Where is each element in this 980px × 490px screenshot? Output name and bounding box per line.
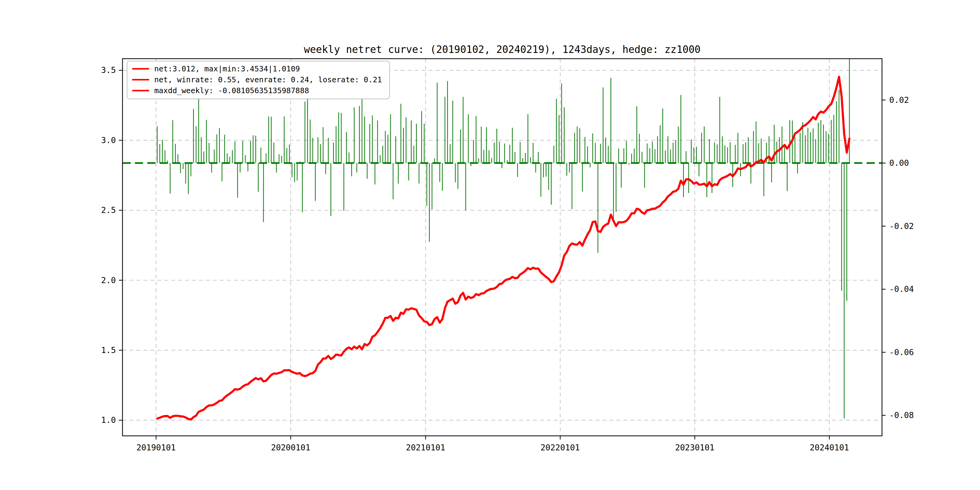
x-axis-tick-label: 20210101 bbox=[406, 443, 445, 452]
x-axis-tick-label: 20190101 bbox=[137, 443, 176, 452]
left-axis-tick-labels: 1.01.52.02.53.03.5 bbox=[101, 65, 116, 425]
right-axis-tick-label: -0.08 bbox=[889, 410, 914, 420]
red-line-swatch-icon bbox=[132, 79, 149, 80]
right-axis-tick-labels: 0.020.00-0.02-0.04-0.06-0.08 bbox=[889, 95, 914, 420]
weekly-return-bars bbox=[157, 59, 850, 418]
right-axis-tick-label: -0.06 bbox=[889, 348, 914, 357]
left-axis-tick-label: 2.0 bbox=[101, 275, 116, 285]
left-axis-tick-label: 3.5 bbox=[101, 65, 116, 75]
left-axis-tick-label: 2.5 bbox=[101, 205, 116, 215]
legend: net:3.012, max|min:3.4534|1.0109 net, wi… bbox=[127, 61, 390, 99]
x-axis-tick-label: 20240101 bbox=[810, 443, 849, 452]
red-line-swatch-icon bbox=[132, 68, 149, 70]
x-axis-tick-label: 20230101 bbox=[675, 443, 714, 452]
x-axis-tick-label: 20200101 bbox=[271, 443, 310, 452]
red-line-swatch-icon bbox=[132, 90, 149, 91]
figure: 1.01.52.02.53.03.50.020.00-0.02-0.04-0.0… bbox=[0, 0, 980, 490]
legend-item: net:3.012, max|min:3.4534|1.0109 bbox=[132, 64, 382, 73]
net-curve bbox=[157, 77, 850, 420]
axes-frame bbox=[123, 59, 882, 436]
right-axis-tick-label: 0.00 bbox=[889, 158, 909, 167]
left-axis-tick-label: 3.0 bbox=[101, 135, 116, 145]
chart-title: weekly netret curve: (20190102, 20240219… bbox=[123, 43, 882, 55]
legend-item-label: maxdd_weekly: -0.08105635135987888 bbox=[154, 86, 309, 95]
axis-ticks bbox=[119, 70, 886, 439]
x-axis-tick-labels: 2019010120200101202101012022010120230101… bbox=[137, 443, 849, 452]
legend-item: maxdd_weekly: -0.08105635135987888 bbox=[132, 86, 382, 95]
legend-item-label: net:3.012, max|min:3.4534|1.0109 bbox=[154, 64, 300, 73]
legend-item-label: net, winrate: 0.55, evenrate: 0.24, lose… bbox=[154, 75, 382, 84]
left-axis-tick-label: 1.5 bbox=[101, 345, 116, 355]
right-axis-tick-label: -0.04 bbox=[889, 284, 914, 294]
right-axis-tick-label: 0.02 bbox=[889, 95, 909, 105]
x-axis-tick-label: 20220101 bbox=[541, 443, 580, 452]
grid-lines bbox=[123, 59, 882, 436]
left-axis-tick-label: 1.0 bbox=[101, 415, 116, 425]
legend-item: net, winrate: 0.55, evenrate: 0.24, lose… bbox=[132, 75, 382, 84]
right-axis-tick-label: -0.02 bbox=[889, 221, 914, 231]
